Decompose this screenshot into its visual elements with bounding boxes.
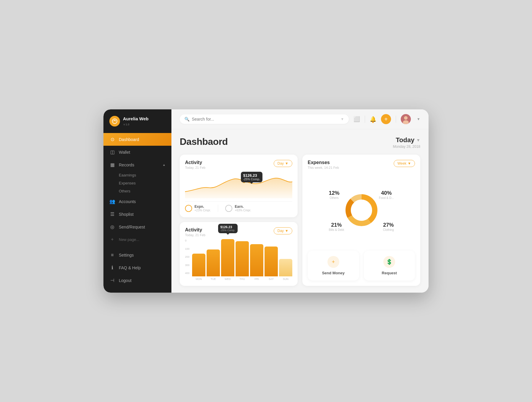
dashboard-icon: ⊙ xyxy=(109,137,115,142)
donut-label-bills: 21% Bills & Debt xyxy=(329,222,344,231)
bar-day-filter-button[interactable]: Day ▼ xyxy=(274,227,292,234)
sidebar-item-accounts[interactable]: 👥 Accounts xyxy=(103,195,171,208)
legend-divider xyxy=(218,205,218,212)
expenses-card: Expenses This week, 14-21 Feb Week ▼ 12% xyxy=(302,155,420,286)
notification-dot xyxy=(372,121,374,123)
date-section: Today ▼ Monday 28, 2018 xyxy=(393,136,420,149)
day-filter-button[interactable]: Day ▼ xyxy=(274,160,292,167)
bar-wed: $126.23 -25% Comp. WED xyxy=(221,239,234,281)
sidebar-subitem-expenses[interactable]: Expenses xyxy=(119,179,171,187)
activity-bar-header: Activity Today, 21 Feb Day ▼ xyxy=(185,227,292,237)
activity-area-title: Activity xyxy=(185,160,205,165)
sidebar-item-wallet[interactable]: ◫ Wallet xyxy=(103,146,171,158)
sidebar-subitem-earnings[interactable]: Eaarnings xyxy=(119,171,171,179)
expenses-subtitle: This week, 14-21 Feb xyxy=(308,166,339,169)
bar-thu: THU xyxy=(236,239,249,281)
main-area: 🔍 ▼ ⬜ 🔔 + xyxy=(171,109,429,293)
bar-chart-area: 400 300 200 100 0 MON xyxy=(185,239,292,281)
sidebar-bottom: ≡ Settings ℹ FAQ & Help ⊣ Logout xyxy=(103,249,171,287)
page-title: Dashbaord xyxy=(180,136,228,147)
date-subtitle: Monday 28, 2018 xyxy=(393,145,420,149)
sidebar-item-label: FAQ & Help xyxy=(119,265,141,270)
search-chevron-icon: ▼ xyxy=(340,117,344,121)
send-request-icon: ◎ xyxy=(109,224,115,230)
quick-actions: + Send Money 💲 Request xyxy=(308,251,415,281)
bar-mon: MON xyxy=(192,239,205,281)
date-today[interactable]: Today ▼ xyxy=(393,136,420,144)
donut-label-clothing: 27% Clothing xyxy=(383,222,394,231)
activity-area-card: Activity Today, 21 Feb Day ▼ $126.23 -25… xyxy=(180,155,298,217)
sidebar-item-label: Send/Request xyxy=(119,225,145,229)
sidebar: Aurelia Web v 1.0 ⊙ Dashboard ◫ Wallet ▦… xyxy=(103,109,171,293)
avatar-chevron-icon[interactable]: ▼ xyxy=(417,117,420,121)
request-label: Request xyxy=(382,271,397,275)
area-chart-footer: Expn. +23% Cmpr. Earn. +63% Cmpr. xyxy=(185,201,292,212)
activity-bar-card: Activity Today, 21 Feb Day ▼ 400 300 xyxy=(180,222,298,286)
bar-y-labels: 400 300 200 100 0 xyxy=(185,239,189,275)
search-container[interactable]: 🔍 ▼ xyxy=(180,114,349,124)
topbar-divider xyxy=(365,116,365,123)
help-icon: ℹ xyxy=(109,265,115,270)
shoplist-icon: ☰ xyxy=(109,211,115,217)
sidebar-item-new-page[interactable]: + New page... xyxy=(103,233,171,246)
bar-filter-chevron-icon: ▼ xyxy=(285,229,288,233)
svg-point-0 xyxy=(112,119,117,124)
bar-tue: TUE xyxy=(207,239,220,281)
search-icon: 🔍 xyxy=(184,117,189,121)
sidebar-item-send-request[interactable]: ◎ Send/Request xyxy=(103,221,171,233)
activity-area-header: Activity Today, 21 Feb Day ▼ xyxy=(185,160,292,169)
sidebar-item-faq[interactable]: ℹ FAQ & Help xyxy=(103,261,171,274)
request-icon: 💲 xyxy=(383,256,395,268)
bar-tooltip: $126.23 -25% Comp. xyxy=(218,224,237,233)
topbar: 🔍 ▼ ⬜ 🔔 + xyxy=(171,109,429,129)
send-money-button[interactable]: + Send Money xyxy=(308,251,359,281)
request-button[interactable]: 💲 Request xyxy=(364,251,415,281)
donut-labels: 12% Others 40% Food & D... 21% Bills & D… xyxy=(326,184,397,237)
expn-circle xyxy=(185,205,192,212)
sidebar-item-dashboard[interactable]: ⊙ Dashboard xyxy=(103,133,171,146)
add-button[interactable]: + xyxy=(381,114,391,124)
sidebar-item-logout[interactable]: ⊣ Logout xyxy=(103,274,171,287)
bar-sun: SUN xyxy=(279,239,292,281)
filter-chevron-icon: ▼ xyxy=(408,161,411,166)
bars-group: MON TUE $126.23 xyxy=(185,239,292,281)
notification-icon[interactable]: 🔔 xyxy=(370,116,376,122)
week-filter-button[interactable]: Week ▼ xyxy=(394,160,415,167)
legend-earn: Earn. +63% Cmpr. xyxy=(225,205,251,212)
sidebar-item-records[interactable]: ▦ Records ▲ xyxy=(103,158,171,171)
sidebar-item-label: Records xyxy=(119,163,134,167)
main-content: Dashbaord Today ▼ Monday 28, 2018 Activi… xyxy=(171,129,429,293)
bar-fri: FRI xyxy=(250,239,263,281)
window-icon[interactable]: ⬜ xyxy=(353,116,360,122)
app-container: Aurelia Web v 1.0 ⊙ Dashboard ◫ Wallet ▦… xyxy=(103,109,429,293)
activity-bar-title: Activity xyxy=(185,227,205,233)
app-version: v 1.0 xyxy=(124,123,129,126)
date-chevron-icon: ▼ xyxy=(416,138,420,142)
sidebar-item-label: Dashboard xyxy=(119,137,139,142)
avatar[interactable] xyxy=(401,114,411,124)
bar-chart-inner: 400 300 200 100 0 MON xyxy=(185,239,292,281)
settings-icon: ≡ xyxy=(109,252,115,258)
app-name: Aurelia Web xyxy=(123,116,148,121)
send-money-icon: + xyxy=(327,256,339,268)
sidebar-item-shoplist[interactable]: ☰ Shoplist xyxy=(103,208,171,221)
expenses-title: Expenses xyxy=(308,160,339,165)
send-money-label: Send Money xyxy=(322,271,345,275)
new-page-label: New page... xyxy=(119,237,139,242)
topbar-divider-2 xyxy=(396,116,396,123)
sidebar-item-settings[interactable]: ≡ Settings xyxy=(103,249,171,261)
app-logo xyxy=(109,116,120,127)
records-chevron-icon: ▲ xyxy=(163,163,166,166)
search-input[interactable] xyxy=(192,117,338,121)
sidebar-item-label: Logout xyxy=(119,278,132,283)
earn-circle xyxy=(225,205,232,212)
svg-point-2 xyxy=(404,116,408,120)
records-icon: ▦ xyxy=(109,162,115,168)
area-chart-tooltip: $126.23 -25% Comp. xyxy=(241,172,262,182)
sidebar-item-label: Settings xyxy=(119,253,134,257)
sidebar-item-label: Accounts xyxy=(119,199,136,204)
bar-sat: SAT xyxy=(265,239,278,281)
sidebar-sub-records: Eaarnings Expenses Others xyxy=(103,171,171,195)
activity-bar-subtitle: Today, 21 Feb xyxy=(185,233,205,237)
sidebar-subitem-others[interactable]: Others xyxy=(119,187,171,195)
